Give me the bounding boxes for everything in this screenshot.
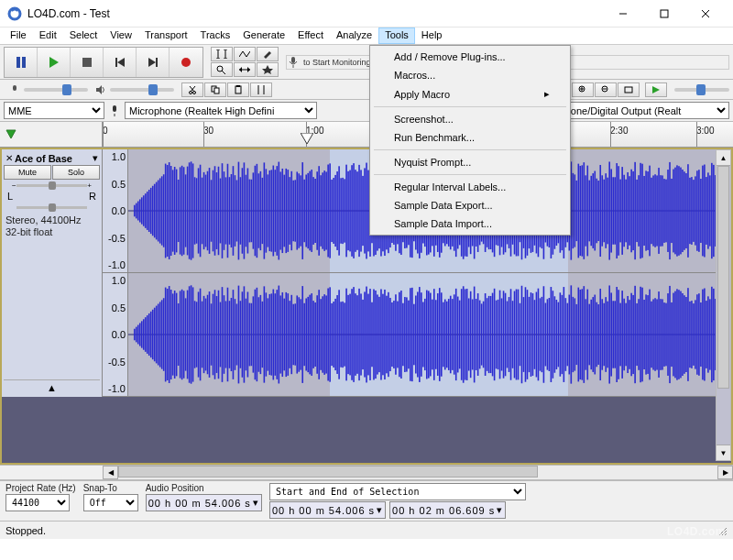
multi-tool[interactable]	[257, 62, 279, 77]
paste-button[interactable]	[227, 82, 249, 97]
svg-rect-690	[700, 302, 702, 367]
input-device-select[interactable]: Microphone (Realtek High Defini	[125, 102, 317, 119]
svg-rect-420	[207, 295, 209, 374]
selection-mode-select[interactable]: Start and End of Selection	[269, 483, 526, 500]
menu-apply-macro[interactable]: Apply Macro▸	[372, 84, 568, 104]
svg-rect-354	[684, 171, 685, 250]
svg-rect-444	[251, 303, 253, 366]
svg-rect-113	[244, 162, 246, 258]
snap-to-select[interactable]: Off	[83, 494, 138, 511]
playback-volume[interactable]	[95, 84, 174, 95]
menu-select[interactable]: Select	[63, 27, 104, 44]
svg-rect-115	[247, 168, 249, 253]
skip-end-button[interactable]	[137, 48, 170, 77]
menu-view[interactable]: View	[104, 27, 138, 44]
draw-tool[interactable]	[257, 47, 279, 61]
scroll-up-button[interactable]: ▲	[717, 150, 730, 166]
svg-rect-428	[222, 287, 224, 382]
gain-slider[interactable]: −+	[4, 180, 100, 191]
svg-rect-381	[136, 327, 137, 343]
maximize-button[interactable]	[643, 0, 684, 27]
svg-rect-426	[218, 291, 220, 379]
svg-rect-657	[640, 287, 641, 382]
menu-tools[interactable]: Tools	[378, 27, 415, 44]
svg-rect-679	[680, 291, 682, 379]
vertical-scrollbar[interactable]: ▲ ▼	[716, 149, 731, 461]
menu-generate[interactable]: Generate	[236, 27, 291, 44]
svg-rect-557	[457, 297, 459, 373]
svg-rect-27	[291, 57, 295, 63]
svg-rect-391	[154, 308, 156, 362]
copy-button[interactable]	[204, 82, 226, 97]
menu-analyze[interactable]: Analyze	[330, 27, 378, 44]
scroll-down-button[interactable]: ▼	[717, 445, 730, 460]
play-speed-slider[interactable]	[674, 88, 729, 92]
scroll-right-button[interactable]: ▶	[717, 466, 733, 479]
audio-host-select[interactable]: MME	[4, 102, 104, 119]
fit-selection-button[interactable]	[618, 82, 640, 97]
stop-button[interactable]	[71, 48, 104, 77]
menu-screenshot[interactable]: Screenshot...	[372, 110, 568, 128]
svg-rect-120	[257, 164, 258, 258]
timeline-pin[interactable]	[0, 122, 103, 147]
record-button[interactable]	[170, 48, 202, 77]
menu-macros[interactable]: Macros...	[372, 66, 568, 84]
project-rate-select[interactable]: 44100	[5, 494, 70, 511]
svg-rect-299	[583, 162, 585, 259]
selection-tool[interactable]	[211, 47, 233, 61]
svg-rect-367	[707, 172, 709, 248]
scroll-left-button[interactable]: ◀	[103, 466, 118, 479]
menu-help[interactable]: Help	[415, 27, 449, 44]
svg-rect-578	[496, 301, 498, 369]
vscroll-thumb[interactable]	[717, 166, 729, 389]
solo-button[interactable]: Solo	[52, 165, 100, 180]
track-name[interactable]: Ace of Base	[15, 153, 91, 164]
close-button[interactable]	[684, 0, 726, 27]
audio-position-field[interactable]: 00 h 00 m 54.006 s▾	[146, 494, 262, 511]
svg-rect-672	[667, 293, 669, 376]
svg-rect-361	[696, 170, 698, 250]
pan-slider[interactable]	[4, 202, 100, 213]
trim-button[interactable]	[250, 82, 272, 97]
selection-start-field[interactable]: 00 h 00 m 54.006 s▾	[269, 501, 386, 519]
menu-tracks[interactable]: Tracks	[194, 27, 237, 44]
menu-run-benchmark[interactable]: Run Benchmark...	[372, 128, 568, 147]
track-close-button[interactable]: ✕	[5, 153, 13, 163]
svg-rect-540	[426, 291, 428, 379]
svg-rect-565	[472, 300, 474, 370]
cut-button[interactable]	[181, 82, 203, 97]
record-volume[interactable]	[9, 84, 88, 95]
menu-effect[interactable]: Effect	[291, 27, 330, 44]
playhead-icon[interactable]	[301, 133, 313, 146]
menu-nyquist-prompt[interactable]: Nyquist Prompt...	[372, 153, 568, 171]
track-menu-icon[interactable]: ▾	[93, 152, 98, 164]
pause-button[interactable]	[5, 48, 38, 77]
play-button[interactable]	[38, 48, 71, 77]
menu-file[interactable]: File	[4, 27, 33, 44]
mute-button[interactable]: Mute	[4, 165, 51, 180]
skip-start-button[interactable]	[104, 48, 137, 77]
waveform-right[interactable]: 1.00.50.0-0.5-1.0	[103, 273, 731, 397]
menu-edit[interactable]: Edit	[33, 27, 63, 44]
pan-r-label: R	[89, 191, 96, 202]
menu-transport[interactable]: Transport	[138, 27, 194, 44]
zoom-in-button[interactable]	[572, 82, 594, 97]
track-collapse-button[interactable]: ▲	[4, 379, 100, 395]
zoom-out-button[interactable]	[595, 82, 617, 97]
zoom-tool[interactable]	[211, 62, 233, 77]
hscroll-thumb[interactable]	[118, 466, 538, 478]
menu-regular-interval-labels[interactable]: Regular Interval Labels...	[372, 178, 568, 196]
menu-sample-data-export[interactable]: Sample Data Export...	[372, 196, 568, 214]
play-at-speed-button[interactable]	[645, 82, 667, 97]
menu-add-remove-plugins[interactable]: Add / Remove Plug-ins...	[372, 48, 568, 66]
minimize-button[interactable]	[602, 0, 643, 27]
timeshift-tool[interactable]	[234, 62, 256, 77]
svg-rect-480	[316, 295, 318, 374]
envelope-tool[interactable]	[234, 47, 256, 61]
selection-end-field[interactable]: 00 h 02 m 06.609 s▾	[389, 501, 506, 519]
svg-rect-499	[351, 289, 353, 380]
menu-sample-data-import[interactable]: Sample Data Import...	[372, 214, 568, 233]
empty-track-area[interactable]	[2, 397, 731, 463]
svg-rect-425	[216, 296, 218, 373]
svg-rect-302	[588, 181, 590, 242]
